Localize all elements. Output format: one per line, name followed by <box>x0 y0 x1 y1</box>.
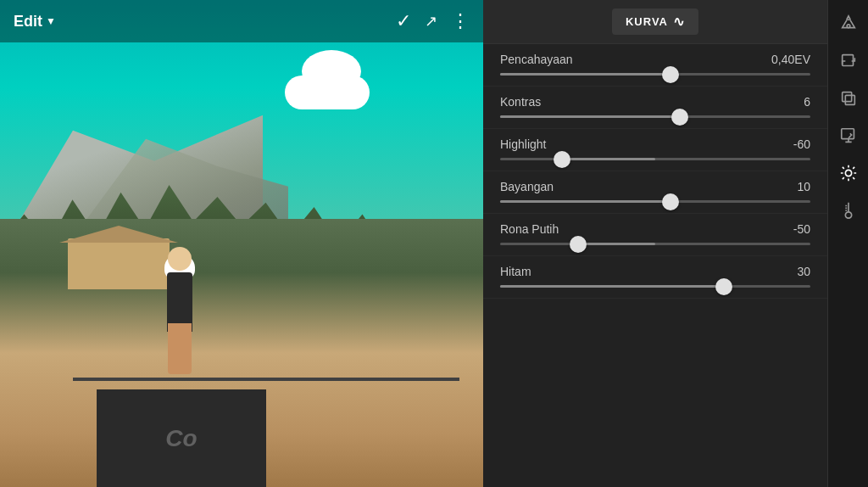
slider-fill-hitam <box>500 285 724 288</box>
svg-point-0 <box>847 25 850 28</box>
slider-track-bayangan[interactable] <box>500 200 810 203</box>
slider-label-hitam: Hitam <box>500 265 531 278</box>
edit-button[interactable]: Edit ▼ <box>14 13 56 31</box>
slider-item-bayangan: Bayangan 10 <box>483 171 827 214</box>
controls-panel: KURVA ∿ Pencahayaan 0,40EV Kontras 6 Hig… <box>483 0 868 487</box>
slider-label-row-hitam: Hitam 30 <box>500 265 810 278</box>
slider-label-bayangan: Bayangan <box>500 180 554 193</box>
slider-item-pencahayaan: Pencahayaan 0,40EV <box>483 44 827 87</box>
layers-icon[interactable] <box>833 83 864 114</box>
kurva-header: KURVA ∿ <box>483 0 827 44</box>
slider-label-row-bayangan: Bayangan 10 <box>500 180 810 193</box>
slider-track-hitam[interactable] <box>500 285 810 288</box>
slider-value-pencahayaan: 0,40EV <box>771 53 810 66</box>
edit-dropdown-arrow: ▼ <box>46 15 56 27</box>
photo-header: Edit ▼ ✓ ↗ ⋮ <box>0 0 483 42</box>
buildings <box>25 204 280 289</box>
slider-value-rona-putih: -50 <box>793 222 810 236</box>
slider-track-pencahayaan[interactable] <box>500 73 810 76</box>
kurva-button[interactable]: KURVA ∿ <box>612 8 698 35</box>
header-icons: ✓ ↗ ⋮ <box>396 10 470 32</box>
slider-thumb-kontras[interactable] <box>671 109 688 126</box>
slider-label-row-highlight: Highlight -60 <box>500 137 810 151</box>
slider-item-hitam: Hitam 30 <box>483 256 827 299</box>
slider-label-row-pencahayaan: Pencahayaan 0,40EV <box>500 53 810 66</box>
slider-item-rona-putih: Rona Putih -50 <box>483 214 827 256</box>
kurva-curve-icon: ∿ <box>673 14 685 30</box>
slider-fill-bayangan <box>500 200 670 203</box>
slider-fill-highlight <box>562 158 655 160</box>
person-figure <box>154 247 205 400</box>
svg-rect-4 <box>841 129 854 139</box>
slider-thumb-hitam[interactable] <box>715 278 732 295</box>
svg-rect-2 <box>842 92 851 102</box>
slider-track-kontras[interactable] <box>500 115 810 118</box>
sliders-container: Pencahayaan 0,40EV Kontras 6 Highlight -… <box>483 44 827 299</box>
slider-label-row-rona-putih: Rona Putih -50 <box>500 222 810 236</box>
person-head <box>168 247 192 271</box>
check-icon[interactable]: ✓ <box>396 10 411 32</box>
slider-value-bayangan: 10 <box>797 180 810 193</box>
slider-thumb-highlight[interactable] <box>554 151 570 168</box>
slider-track-highlight[interactable] <box>500 158 810 160</box>
image-enhance-icon[interactable] <box>833 120 864 151</box>
svg-rect-3 <box>845 95 854 104</box>
graffiti-text: Co <box>165 425 197 452</box>
slider-thumb-pencahayaan[interactable] <box>662 66 679 83</box>
photo-background: Co <box>0 0 483 487</box>
graffiti-wall: Co <box>97 389 266 487</box>
more-options-icon[interactable]: ⋮ <box>451 10 470 32</box>
slider-thumb-bayangan[interactable] <box>662 193 679 210</box>
slider-track-rona-putih[interactable] <box>500 243 810 245</box>
healing-brush-icon[interactable] <box>833 8 864 39</box>
crop-rotate-icon[interactable] <box>833 46 864 76</box>
slider-label-kontras: Kontras <box>500 95 541 109</box>
slider-label-rona-putih: Rona Putih <box>500 222 559 236</box>
photo-panel: Co Edit ▼ ✓ ↗ ⋮ <box>0 0 483 487</box>
right-toolbar <box>827 0 868 487</box>
light-adjust-icon[interactable] <box>833 158 864 188</box>
slider-label-pencahayaan: Pencahayaan <box>500 53 573 66</box>
slider-item-kontras: Kontras 6 <box>483 87 827 129</box>
sliders-section: KURVA ∿ Pencahayaan 0,40EV Kontras 6 Hig… <box>483 0 827 487</box>
slider-label-highlight: Highlight <box>500 137 546 151</box>
share-icon[interactable]: ↗ <box>425 12 437 31</box>
slider-thumb-rona-putih[interactable] <box>570 236 587 253</box>
kurva-label: KURVA <box>626 15 668 28</box>
temperature-icon[interactable] <box>833 195 864 226</box>
slider-item-highlight: Highlight -60 <box>483 129 827 171</box>
person-pants <box>168 323 192 374</box>
slider-fill-kontras <box>500 115 680 118</box>
slider-fill-rona-putih <box>578 243 656 245</box>
slider-label-row-kontras: Kontras 6 <box>500 95 810 109</box>
slider-fill-pencahayaan <box>500 73 670 76</box>
svg-point-5 <box>845 170 851 176</box>
slider-value-kontras: 6 <box>804 95 810 109</box>
slider-value-hitam: 30 <box>797 265 810 278</box>
svg-rect-1 <box>842 55 853 66</box>
slider-value-highlight: -60 <box>793 137 810 151</box>
